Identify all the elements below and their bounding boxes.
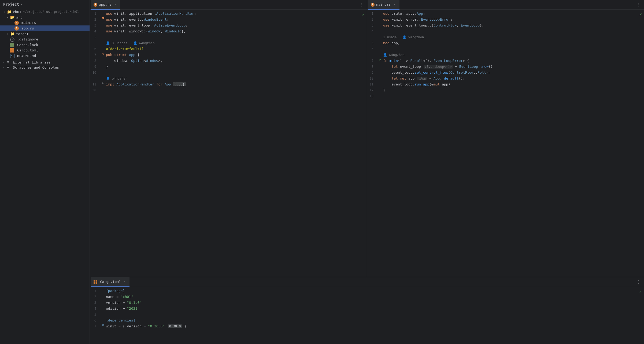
line-gutter: ⚙ — [101, 52, 106, 55]
line-content: } — [106, 64, 365, 70]
tree-item-gitignore[interactable]: ⊘ .gitignore — [0, 36, 90, 42]
line-number: 7 — [92, 323, 101, 329]
line-number: 10 — [369, 76, 378, 81]
editor-body-cargo-toml[interactable]: ✓ 1 [package] 2 name = "ch01" 3 — [90, 287, 644, 344]
tree-item-app-rs[interactable]: R app.rs — [0, 25, 90, 31]
tab-label: main.rs — [376, 2, 391, 6]
line-number: 6 — [92, 317, 101, 323]
warn-gutter-icon: ⚙ — [102, 52, 104, 55]
chevron-right-icon: › — [1, 66, 5, 69]
tab-app-rs[interactable]: R app.rs × — [91, 0, 120, 10]
close-icon[interactable]: × — [123, 280, 127, 284]
code-line: 4 — [367, 28, 644, 34]
play-icon[interactable]: ▶ — [380, 58, 382, 61]
line-number: 8 — [92, 58, 101, 64]
folder-icon: 📁 — [6, 10, 12, 14]
tree-item-scratches-consoles[interactable]: › ≡ Scratches and Consoles — [0, 65, 90, 70]
code-line: 11 ▶ impl ApplicationHandler for App {..… — [90, 81, 367, 87]
line-content: [dependencies] — [106, 317, 642, 323]
line-gutter — [101, 17, 106, 19]
code-line: 10 — [90, 70, 367, 76]
line-content: window: Option<Window>, — [106, 58, 365, 64]
tree-item-readme-md[interactable]: M↓ README.md — [0, 53, 90, 59]
tree-item-cargo-toml[interactable]: Cargo.toml — [0, 48, 90, 53]
line-number: 2 — [92, 294, 101, 300]
line-content: winit = { version = "0.30.0" 0.30.0 } — [106, 323, 642, 329]
scratches-icon: ≡ — [5, 65, 11, 69]
top-editors: R app.rs × ⋮ ✓ 1 use winit::application:… — [90, 0, 644, 277]
tab-main-rs[interactable]: R main.rs × — [368, 0, 399, 10]
ellipsis-menu-button[interactable]: ⋮ — [634, 2, 643, 7]
line-number: 7 — [369, 58, 378, 64]
line-number: 3 — [369, 23, 378, 28]
tab-bar-cargo-toml: Cargo.toml × ⋮ — [90, 277, 644, 287]
tab-label: app.rs — [99, 2, 112, 6]
line-number: 10 — [92, 70, 101, 76]
line-number: 9 — [92, 64, 101, 70]
toml-icon — [10, 43, 15, 47]
chevron-right-icon: › — [1, 61, 5, 64]
tab-cargo-toml[interactable]: Cargo.toml × — [91, 277, 129, 287]
line-number: 6 — [92, 46, 101, 52]
line-number: 3 — [92, 23, 101, 28]
line-content: let mut app :App = App::default(); — [383, 76, 642, 81]
tree-item-main-rs[interactable]: R main.rs — [0, 20, 90, 25]
line-content: #[derive(Default)] — [106, 46, 365, 52]
code-line: 2 use winit::error::EventLoopError; — [367, 17, 644, 23]
project-header[interactable]: Project ▾ — [0, 0, 90, 9]
line-content: mod app; — [383, 40, 642, 46]
ellipsis-menu-button[interactable]: ⋮ — [357, 2, 366, 7]
code-line: 6 — [367, 46, 644, 52]
tree-item-label: main.rs — [21, 21, 36, 25]
chevron-down-icon: ▾ — [5, 16, 10, 19]
md-icon: M↓ — [10, 54, 15, 58]
line-number: 4 — [92, 306, 101, 312]
tree-item-cargo-lock[interactable]: Cargo.lock — [0, 42, 90, 48]
code-line: 3 version = "0.1.0" — [90, 300, 644, 306]
code-line: 4 use winit::window::{Window, WindowId}; — [90, 28, 367, 34]
line-content: version = "0.1.0" — [106, 300, 642, 306]
code-line: 8 let event_loop :EventLoop<()> = EventL… — [367, 64, 644, 70]
rust-file-icon: R — [14, 20, 19, 25]
chevron-right-icon: › — [5, 32, 10, 35]
line-gutter: ▶ — [378, 58, 383, 61]
code-line: 9 } — [90, 64, 367, 70]
tree-item-ch01[interactable]: ▾ 📁 ch01 ~/projects/rust-projects/ch01 — [0, 9, 90, 14]
close-icon[interactable]: × — [113, 2, 117, 7]
editor-panel-main-rs: R main.rs × ⋮ ✓ 1 use crate::app::App; — [367, 0, 644, 277]
line-content: use winit::window::{Window, WindowId}; — [106, 28, 365, 34]
editor-panel-app-rs: R app.rs × ⋮ ✓ 1 use winit::application:… — [90, 0, 367, 277]
ellipsis-menu-button[interactable]: ⋮ — [634, 279, 643, 285]
line-content: name = "ch01" — [106, 294, 642, 300]
rust-file-icon: R — [371, 2, 375, 7]
library-icon: ⊞ — [5, 60, 11, 64]
editor-body-main-rs[interactable]: ✓ 1 use crate::app::App; 2 use winit::er… — [367, 10, 644, 277]
check-icon: ✓ — [639, 12, 642, 17]
editor-body-app-rs[interactable]: ✓ 1 use winit::application::ApplicationH… — [90, 10, 367, 277]
close-icon[interactable]: × — [393, 2, 397, 7]
line-content: use crate::app::App; — [383, 11, 642, 17]
tree-item-src[interactable]: ▾ 📂 src — [0, 14, 90, 20]
fold-icon[interactable]: ▶ — [102, 81, 104, 84]
tree-item-external-libraries[interactable]: › ⊞ External Libraries — [0, 60, 90, 65]
code-line: 13 — [367, 93, 644, 99]
code-line: 10 let mut app :App = App::default(); — [367, 76, 644, 81]
code-line: 9 event_loop.set_control_flow(ControlFlo… — [367, 70, 644, 76]
chevron-down-icon: ▾ — [21, 3, 23, 6]
tree-item-label: app.rs — [21, 26, 34, 30]
code-line: 1 use winit::application::ApplicationHan… — [90, 11, 367, 17]
line-number: 1 — [92, 288, 101, 294]
code-line: 7 ⚙ pub struct App { — [90, 52, 367, 58]
tree-item-label: target — [16, 32, 29, 36]
line-number: 5 — [92, 312, 101, 317]
tab-bar-main-rs: R main.rs × ⋮ — [367, 0, 644, 10]
line-number: 9 — [369, 70, 378, 76]
line-content: event_loop.set_control_flow(ControlFlow:… — [383, 70, 642, 76]
line-content: } — [383, 87, 642, 93]
line-content: use winit::application::ApplicationHandl… — [106, 11, 365, 17]
code-line: 👤 3 usages 👤 w4ngzhen — [90, 40, 367, 46]
tree-item-target[interactable]: › 📁 target — [0, 31, 90, 36]
line-number: 3 — [92, 300, 101, 306]
line-content: use winit::event_loop::ActiveEventLoop; — [106, 23, 365, 28]
line-number: 2 — [369, 17, 378, 23]
